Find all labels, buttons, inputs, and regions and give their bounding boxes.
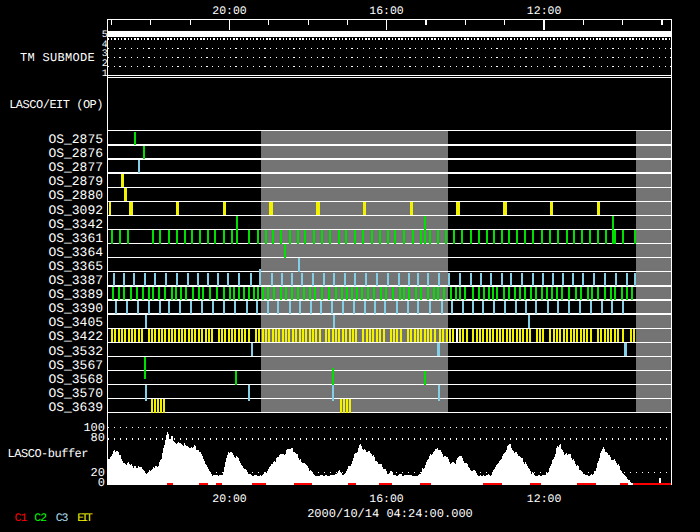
svg-text:OS_3092: OS_3092 xyxy=(48,203,103,218)
svg-text:OS_3568: OS_3568 xyxy=(48,372,103,387)
svg-text:80: 80 xyxy=(91,431,105,445)
svg-text:20:00: 20:00 xyxy=(212,5,247,18)
svg-text:OS_2879: OS_2879 xyxy=(48,174,103,189)
svg-text:12:00: 12:00 xyxy=(527,493,562,506)
svg-text:C3: C3 xyxy=(56,512,69,525)
svg-text:OS_3567: OS_3567 xyxy=(48,358,103,373)
svg-text:OS_3342: OS_3342 xyxy=(48,217,103,232)
svg-text:16:00: 16:00 xyxy=(369,5,404,18)
svg-text:OS_3570: OS_3570 xyxy=(48,386,103,401)
svg-text:TM SUBMODE: TM SUBMODE xyxy=(20,51,95,65)
svg-text:0: 0 xyxy=(98,476,105,490)
svg-text:20:00: 20:00 xyxy=(212,493,247,506)
svg-text:OS_3389: OS_3389 xyxy=(48,287,103,302)
svg-text:OS_3532: OS_3532 xyxy=(48,344,103,359)
svg-text:OS_3422: OS_3422 xyxy=(48,329,103,344)
svg-text:1: 1 xyxy=(102,69,108,80)
svg-text:OS_2877: OS_2877 xyxy=(48,160,103,175)
svg-text:C2: C2 xyxy=(34,512,47,525)
svg-text:OS_3387: OS_3387 xyxy=(48,273,103,288)
svg-text:OS_2875: OS_2875 xyxy=(48,132,103,147)
svg-text:OS_3364: OS_3364 xyxy=(48,245,103,260)
svg-text:OS_3390: OS_3390 xyxy=(48,301,103,316)
svg-text:OS_3365: OS_3365 xyxy=(48,259,103,274)
svg-text:OS_2876: OS_2876 xyxy=(48,146,103,161)
svg-text:OS_2880: OS_2880 xyxy=(48,188,103,203)
svg-text:C1: C1 xyxy=(15,512,28,525)
svg-text:LASCO/EIT (OP): LASCO/EIT (OP) xyxy=(9,98,103,112)
svg-text:2000/10/14 04:24:00.000: 2000/10/14 04:24:00.000 xyxy=(307,507,473,521)
svg-text:LASCO-buffer: LASCO-buffer xyxy=(8,447,89,461)
svg-text:OS_3639: OS_3639 xyxy=(48,400,103,415)
svg-text:OS_3361: OS_3361 xyxy=(48,231,103,246)
svg-text:16:00: 16:00 xyxy=(369,493,404,506)
svg-text:12:00: 12:00 xyxy=(527,5,562,18)
svg-text:OS_3405: OS_3405 xyxy=(48,315,103,330)
